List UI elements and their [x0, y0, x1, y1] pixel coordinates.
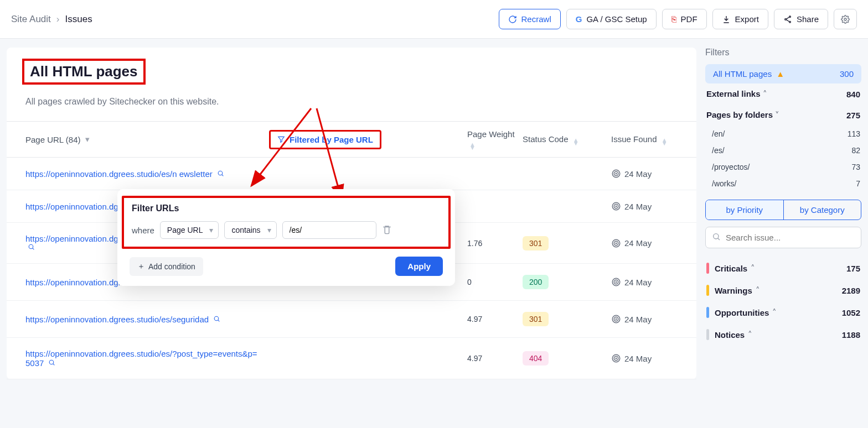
- category-name: Criticals: [715, 264, 747, 273]
- filters-section-title: Filters: [705, 48, 861, 58]
- weight-cell: 0: [467, 278, 523, 286]
- filter-operator-value: contains: [231, 226, 260, 234]
- table-header: Page URL (84) ▾ Filtered by Page URL Pag…: [7, 121, 696, 158]
- category-bar: [706, 307, 709, 318]
- tab-priority[interactable]: by Priority: [706, 200, 784, 220]
- folder-name: /works/: [712, 179, 736, 188]
- col-issue[interactable]: Issue Found ▲▼: [611, 134, 678, 145]
- category-bar: [706, 329, 709, 340]
- add-condition-button[interactable]: ＋ Add condition: [130, 257, 203, 276]
- search-icon[interactable]: [28, 243, 35, 252]
- col-url[interactable]: Page URL (84) ▾: [25, 134, 258, 144]
- recrawl-button[interactable]: Recrawl: [499, 9, 561, 29]
- crumb-site-audit[interactable]: Site Audit: [11, 14, 51, 25]
- pdf-button[interactable]: ⎘ PDF: [662, 9, 707, 29]
- search-icon[interactable]: [213, 315, 220, 324]
- sidebar-group-count: 275: [846, 111, 860, 120]
- plus-icon: ＋: [137, 262, 145, 272]
- sort-icon: ▲▼: [662, 138, 668, 145]
- filter-popup-highlight: Filter URLs where Page URL contains: [122, 196, 451, 249]
- col-filter: Filtered by Page URL: [269, 130, 381, 149]
- chevron-down-icon: ˅: [775, 110, 779, 119]
- filter-operator-select[interactable]: contains: [224, 221, 276, 239]
- col-status[interactable]: Status Code ▲▼: [523, 134, 611, 145]
- chevron-up-icon: ˄: [763, 89, 767, 98]
- export-label: Export: [735, 14, 759, 24]
- category-row[interactable]: Notices ˄1188: [705, 323, 861, 346]
- col-url-label: Page URL (84): [25, 135, 81, 144]
- sidebar-group-folders[interactable]: Pages by folders ˅ 275: [705, 105, 861, 126]
- search-icon: [712, 232, 721, 243]
- category-name: Warnings: [715, 286, 752, 295]
- category-row[interactable]: Opportunities ˄1052: [705, 301, 861, 323]
- priority-category-tabs: by Priority by Category: [705, 200, 861, 220]
- svg-point-1: [785, 18, 787, 20]
- svg-point-23: [214, 316, 219, 321]
- sidebar-item-all-html[interactable]: All HTML pages ▲ 300: [705, 64, 861, 83]
- svg-point-27: [49, 360, 54, 364]
- svg-point-15: [29, 244, 33, 249]
- category-bar: [706, 285, 709, 296]
- url-link[interactable]: https://openinnovation.dgrees.studio/es/…: [25, 349, 257, 368]
- url-cell: https://openinnovation.dgrees.studio/es/…: [25, 315, 258, 324]
- chevron-up-icon: ˄: [748, 330, 752, 340]
- status-cell: 404: [523, 351, 611, 366]
- sidebar-group-external-links[interactable]: External links ˄ 840: [705, 83, 861, 105]
- sidebar-group-label: External links: [706, 89, 761, 98]
- search-issue-wrap: [705, 227, 861, 248]
- top-bar: Site Audit › Issues Recrawl G GA / GSC S…: [0, 0, 868, 39]
- chevron-right-icon: ›: [56, 14, 60, 25]
- tab-category[interactable]: by Category: [784, 200, 861, 220]
- folder-name: /proyectos/: [712, 163, 750, 171]
- col-status-label: Status Code: [523, 134, 569, 144]
- refresh-icon: [508, 15, 517, 24]
- filter-chip[interactable]: Filtered by Page URL: [269, 130, 381, 149]
- folder-name: /en/: [712, 129, 725, 138]
- folders-list: /en/113/es/82/proyectos/73/works/7: [705, 126, 861, 192]
- add-condition-label: Add condition: [148, 262, 195, 271]
- url-link[interactable]: https://openinnovation.dgrees.studio/es/…: [25, 315, 209, 324]
- folder-item[interactable]: /es/82: [705, 142, 861, 159]
- recrawl-label: Recrawl: [521, 14, 551, 24]
- category-row[interactable]: Warnings ˄2189: [705, 279, 861, 301]
- svg-point-3: [844, 18, 846, 20]
- category-bar: [706, 263, 709, 274]
- category-count: 1052: [842, 308, 860, 317]
- apply-button[interactable]: Apply: [395, 257, 443, 276]
- page-title-highlight: All HTML pages: [22, 59, 146, 85]
- sort-icon: ▲▼: [573, 138, 579, 145]
- sidebar-group-count: 840: [846, 90, 860, 99]
- filter-field-select[interactable]: Page URL: [160, 221, 219, 239]
- crumb-issues[interactable]: Issues: [65, 14, 92, 25]
- folder-item[interactable]: /en/113: [705, 126, 861, 142]
- folder-item[interactable]: /works/7: [705, 175, 861, 192]
- share-button[interactable]: Share: [774, 9, 828, 29]
- url-link[interactable]: https://openinnovation.dgrees.studio/es/…: [25, 169, 213, 179]
- export-button[interactable]: Export: [712, 9, 768, 29]
- delete-icon[interactable]: [382, 225, 392, 236]
- url-cell: https://openinnovation.dgrees.studio/es/…: [25, 349, 258, 368]
- url-cell: https://openinnovation.dgrees.studio/es/…: [25, 169, 258, 179]
- settings-button[interactable]: [834, 9, 857, 29]
- search-icon[interactable]: [217, 170, 224, 179]
- category-count: 175: [846, 264, 860, 273]
- col-weight[interactable]: Page Weight ▲▼: [467, 129, 523, 149]
- issue-cell: 24 May: [611, 277, 678, 287]
- search-issue-input[interactable]: [705, 227, 861, 248]
- folder-item[interactable]: /proyectos/73: [705, 159, 861, 175]
- table-row: https://openinnovation.dgrees.studio/es/…: [7, 338, 696, 379]
- issue-cell: 24 May: [611, 353, 678, 363]
- filter-where-label: where: [132, 226, 154, 235]
- sidebar-item-label: All HTML pages: [713, 69, 772, 79]
- search-icon[interactable]: [48, 359, 55, 368]
- category-count: 2189: [842, 286, 860, 295]
- svg-point-30: [616, 358, 617, 359]
- filter-value-input[interactable]: [282, 221, 376, 239]
- top-actions: Recrawl G GA / GSC Setup ⎘ PDF Export Sh…: [499, 9, 857, 29]
- page-title: All HTML pages: [30, 63, 138, 80]
- category-name: Notices: [715, 330, 745, 340]
- category-row[interactable]: Criticals ˄175: [705, 257, 861, 279]
- table-row: https://openinnovation.dgrees.studio/es/…: [7, 301, 696, 338]
- main-content: All HTML pages All pages crawled by Site…: [7, 48, 696, 379]
- ga-gsc-button[interactable]: G GA / GSC Setup: [566, 9, 657, 29]
